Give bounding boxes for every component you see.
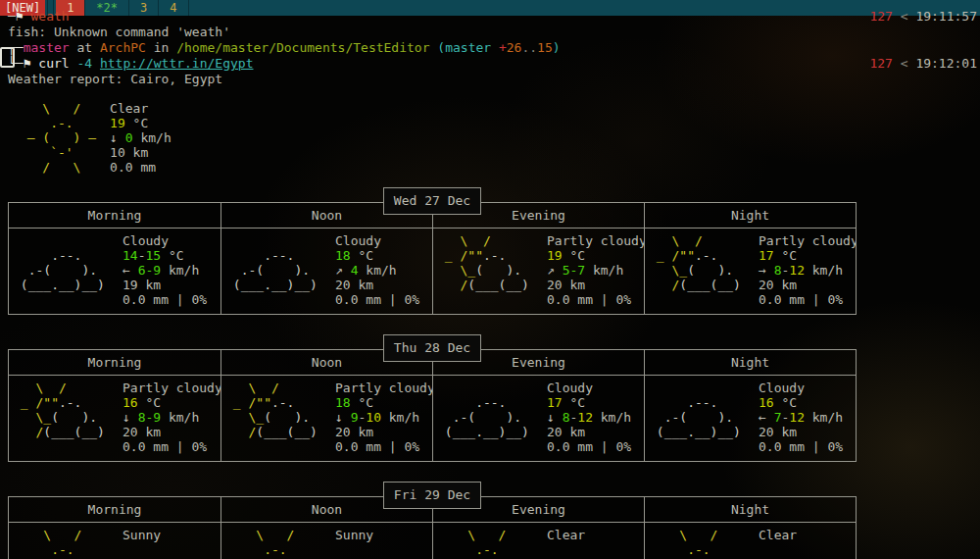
forecast-cell-night: .--. .-( ). (___.__)__) Cloudy16 °C← 7-1… xyxy=(644,376,856,461)
date-box: Wed 27 Dec xyxy=(383,187,481,215)
date-box: Thu 28 Dec xyxy=(383,334,481,362)
current-conditions-line: Clear xyxy=(110,101,172,116)
forecast-line: 0.0 mm | 0% xyxy=(335,292,432,307)
forecast-cell-text: Cloudy18 °C↗ 4 km/h20 km0.0 mm | 0% xyxy=(335,233,432,314)
column-header-night: Night xyxy=(644,203,856,229)
forecast-cell-text: Sunny xyxy=(122,528,220,559)
forecast-line: 0.0 mm | 0% xyxy=(547,439,644,454)
forecast-line: 20 km xyxy=(759,278,856,292)
forecast-line: 20 km xyxy=(122,425,220,439)
forecast-cell-noon: .--. .-( ). (___.__)__) Cloudy18 °C↗ 4 k… xyxy=(220,229,432,314)
weather-partly-icon: \ / _ /"".-. \_( ). /(___(__) xyxy=(13,381,122,461)
forecast-line: ↗ 5-7 km/h xyxy=(547,263,644,278)
forecast-line: ↓ 8-12 km/h xyxy=(547,410,644,425)
forecast-line: Sunny xyxy=(335,528,432,542)
forecast-line: 14-15 °C xyxy=(122,248,220,263)
forecast-line: 16 °C xyxy=(759,395,856,410)
forecast-line: 17 °C xyxy=(759,248,856,263)
weather-cloudy-icon: .--. .-( ). (___.__)__) xyxy=(437,381,547,461)
weather-partly-icon: \ / _ /"".-. \_( ). /(___(__) xyxy=(437,233,547,314)
date-box-stem xyxy=(432,362,433,376)
current-conditions-line: ↓ 0 km/h xyxy=(110,130,172,145)
weather-cloudy-icon: .--. .-( ). (___.__)__) xyxy=(13,233,122,314)
date-box-stem xyxy=(432,215,433,229)
column-header-morning: Morning xyxy=(9,497,220,523)
forecast-line: 19 km xyxy=(122,278,220,292)
current-conditions-text: Clear19 °C↓ 0 km/h10 km0.0 mm xyxy=(110,101,172,175)
git-prompt-line: ┌─master at ArchPC in /home/master/Docum… xyxy=(8,40,977,56)
forecast-line: 0.0 mm | 0% xyxy=(759,292,856,307)
forecast-line: 0.0 mm | 0% xyxy=(547,292,644,307)
forecast-line: 19 °C xyxy=(547,248,644,263)
forecast-line: 20 km xyxy=(335,278,432,292)
forecast-line: ↗ 4 km/h xyxy=(335,263,432,278)
forecast-line: Sunny xyxy=(122,528,220,542)
forecast-cell-noon: \ / .-. ― ( ) ― `-' / \ Sunny xyxy=(220,523,432,559)
forecast-line: 18 °C xyxy=(335,395,432,410)
command-line-curl: └─⚑ curl -4 http://wttr.in/Egypt127 < 19… xyxy=(8,56,977,72)
forecast-cell-text: Sunny xyxy=(335,528,432,559)
weather-sunny-icon: \ / .-. ― ( ) ― `-' / \ xyxy=(13,528,122,559)
forecast-cell-text: Cloudy14-15 °C← 6-9 km/h19 km0.0 mm | 0% xyxy=(122,233,220,314)
forecast-cell-morning: .--. .-( ). (___.__)__) Cloudy14-15 °C← … xyxy=(9,229,220,314)
forecast-cell-night: \ / _ /"".-. \_( ). /(___(__) Partly clo… xyxy=(644,229,856,314)
forecast-line: 20 km xyxy=(759,425,856,439)
forecast-line: Partly cloudy xyxy=(759,233,856,248)
weather-sunny-icon: \ / .-. ― ( ) ― `-' / \ xyxy=(225,528,335,559)
forecast-line: Partly cloudy xyxy=(547,233,644,248)
forecast-cell-text: Partly cloudy18 °C↓ 9-10 km/h20 km0.0 mm… xyxy=(335,381,432,461)
weather-partly-icon: \ / _ /"".-. \_( ). /(___(__) xyxy=(649,233,759,314)
forecast-line: 18 °C xyxy=(335,248,432,263)
forecast-cell-evening: .--. .-( ). (___.__)__) Cloudy17 °C↓ 8-1… xyxy=(432,376,644,461)
weather-sun-icon: \ / .-. ― ( ) ― `-' / \ xyxy=(12,101,96,175)
weather-sunny-icon: \ / .-. ― ( ) ― `-' / \ xyxy=(437,528,547,559)
forecast-line: ← 7-12 km/h xyxy=(759,410,856,425)
forecast-cell-night: \ / .-. ― ( ) ― `-' / \ Clear xyxy=(644,523,856,559)
weather-report-title: Weather report: Cairo, Egypt xyxy=(8,72,977,87)
forecast-cell-morning: \ / _ /"".-. \_( ). /(___(__) Partly clo… xyxy=(9,376,220,461)
terminal-window: [NEW] 1 *2* 3 4 ─⚑ weath127 < 19:11:57fi… xyxy=(0,0,980,559)
command-line-weath: ─⚑ weath127 < 19:11:57 xyxy=(8,9,977,25)
weather-partly-icon: \ / _ /"".-. \_( ). /(___(__) xyxy=(225,381,335,461)
current-conditions-line: 19 °C xyxy=(110,116,172,130)
forecast-line: 17 °C xyxy=(547,395,644,410)
column-header-morning: Morning xyxy=(9,350,220,376)
forecast-line: 16 °C xyxy=(122,395,220,410)
forecast-line: 20 km xyxy=(547,425,644,439)
forecast-cell-text: Clear xyxy=(547,528,644,559)
forecast-line: ↓ 9-10 km/h xyxy=(335,410,432,425)
forecast-cell-text: Clear xyxy=(759,528,856,559)
forecast-line: ↓ 8-9 km/h xyxy=(122,410,220,425)
forecast-cell-text: Cloudy17 °C↓ 8-12 km/h20 km0.0 mm | 0% xyxy=(547,381,644,461)
weather-cloudy-icon: .--. .-( ). (___.__)__) xyxy=(649,381,759,461)
forecast-line: Cloudy xyxy=(335,233,432,248)
forecast-line: 0.0 mm | 0% xyxy=(759,439,856,454)
forecast-line: Partly cloudy xyxy=(122,381,220,395)
fish-error-line: fish: Unknown command 'weath' xyxy=(8,25,977,40)
forecast-cell-noon: \ / _ /"".-. \_( ). /(___(__) Partly clo… xyxy=(220,376,432,461)
column-header-morning: Morning xyxy=(9,203,220,229)
current-conditions-line: 10 km xyxy=(110,145,172,160)
forecast-cell-text: Partly cloudy17 °C→ 8-12 km/h20 km0.0 mm… xyxy=(759,233,856,314)
forecast-cell-text: Partly cloudy19 °C↗ 5-7 km/h20 km0.0 mm … xyxy=(547,233,644,314)
forecast-line: → 8-12 km/h xyxy=(759,263,856,278)
terminal-cursor xyxy=(0,47,15,68)
forecast-cell-morning: \ / .-. ― ( ) ― `-' / \ Sunny xyxy=(9,523,220,559)
url-link[interactable]: http://wttr.in/Egypt xyxy=(100,56,254,71)
forecast-line: Cloudy xyxy=(547,381,644,395)
weather-sunny-icon: \ / .-. ― ( ) ― `-' / \ xyxy=(649,528,759,559)
current-conditions: \ / .-. ― ( ) ― `-' / \ Clear19 °C↓ 0 km… xyxy=(12,101,172,175)
current-conditions-line: 0.0 mm xyxy=(110,160,172,175)
column-header-night: Night xyxy=(644,497,856,523)
date-box: Fri 29 Dec xyxy=(383,482,481,509)
forecast-line: Cloudy xyxy=(122,233,220,248)
date-box-stem xyxy=(432,509,433,523)
forecast-line: Clear xyxy=(759,528,856,542)
forecast-cell-text: Partly cloudy16 °C↓ 8-9 km/h20 km0.0 mm … xyxy=(122,381,220,461)
forecast-line: 0.0 mm | 0% xyxy=(335,439,432,454)
forecast-cell-text: Cloudy16 °C← 7-12 km/h20 km0.0 mm | 0% xyxy=(759,381,856,461)
forecast-line: 0.0 mm | 0% xyxy=(122,292,220,307)
forecast-cell-evening: \ / _ /"".-. \_( ). /(___(__) Partly clo… xyxy=(432,229,644,314)
weather-cloudy-icon: .--. .-( ). (___.__)__) xyxy=(225,233,335,314)
right-prompt-status: 127 < 19:12:01 xyxy=(869,56,977,72)
